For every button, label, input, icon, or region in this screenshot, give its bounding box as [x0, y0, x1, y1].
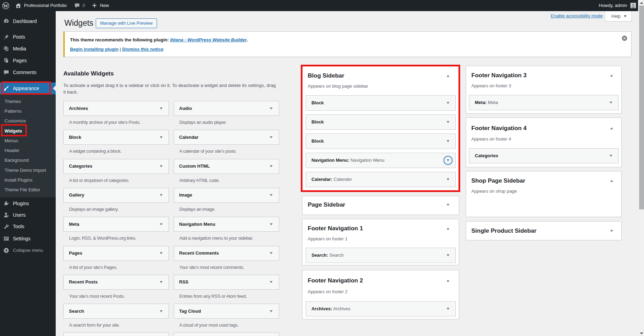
svg-text:W: W	[3, 3, 9, 9]
